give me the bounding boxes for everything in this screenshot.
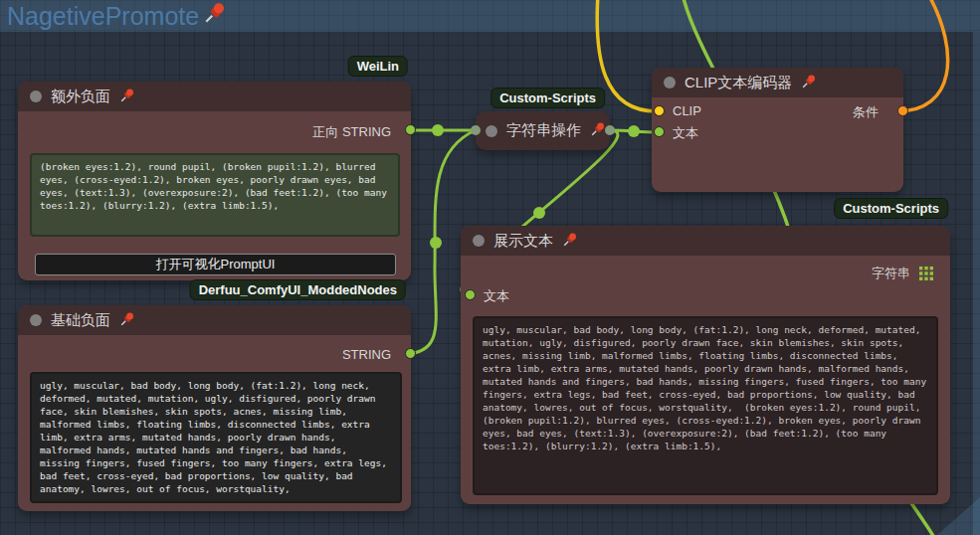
open-prompt-ui-button[interactable]: 打开可视化PromptUI [35,254,396,275]
output-label: STRING [342,347,391,362]
node-extra-negative[interactable]: 额外负面 正向 STRING (broken eyes:1.2), round … [18,82,411,280]
node-base-negative-header[interactable]: 基础负面 [18,305,411,335]
input-slot-text[interactable] [465,289,476,300]
node-string-operation[interactable]: 字符串操作 [476,111,610,150]
node-title: CLIP文本编码器 [685,74,792,92]
node-title: 字符串操作 [506,121,581,140]
node-title: 额外负面 [51,88,110,106]
display-text-area[interactable]: ugly, muscular, bad body, long body, (fa… [473,316,938,495]
pushpin-icon [590,121,606,140]
output-label-string: 字符串 [872,265,910,282]
collapse-toggle-icon[interactable] [664,77,676,89]
output-slot-conditioning[interactable] [897,105,908,116]
input-label-text: 文本 [673,124,698,142]
pushpin-icon [119,311,135,330]
node-base-negative[interactable]: 基础负面 STRING ugly, muscular, bad body, lo… [18,305,411,511]
node-title: 展示文本 [493,232,553,251]
prompt-textarea[interactable]: (broken eyes:1.2), round pupil, (broken … [30,153,400,237]
node-title: 基础负面 [51,311,110,330]
node-show-text-header[interactable]: 展示文本 [461,226,950,256]
input-label-clip: CLIP [673,103,701,118]
wire [597,0,657,111]
output-slot[interactable] [405,348,416,359]
pushpin-icon [801,74,817,92]
link-dot[interactable] [430,237,442,249]
pushpin-icon [119,88,135,106]
link-dot[interactable] [533,207,545,219]
input-label-text: 文本 [484,287,509,305]
collapse-toggle-icon[interactable] [30,314,42,326]
pushpin-icon [562,232,578,251]
link-dot[interactable] [628,125,640,137]
collapse-toggle-icon[interactable] [473,235,485,247]
prompt-textarea[interactable]: ugly, muscular, bad body, long body, (fa… [30,372,402,503]
node-clip-text-encode-header[interactable]: CLIP文本编码器 [652,68,903,97]
output-slot[interactable] [405,124,416,135]
node-source-badge: Custom-Scripts [834,198,948,219]
collapsed-input-slot[interactable] [471,125,481,135]
node-clip-text-encode[interactable]: CLIP文本编码器 CLIP 文本 条件 [652,68,903,192]
output-label: 正向 STRING [312,123,391,141]
collapsed-output-slot[interactable] [605,125,615,135]
wire [897,0,948,111]
node-show-text[interactable]: 展示文本 字符串 文本 ugly, muscular, bad body, lo… [461,226,950,504]
collapse-toggle-icon[interactable] [486,125,497,137]
input-slot-text[interactable] [654,126,665,137]
node-source-badge: Custom-Scripts [490,88,605,108]
node-extra-negative-header[interactable]: 额外负面 [18,82,411,111]
link-dot[interactable] [432,124,444,136]
collapse-toggle-icon[interactable] [30,90,42,102]
node-source-badge: Derfuu_ComfyUI_ModdedNodes [190,279,406,300]
output-label-conditioning: 条件 [853,103,879,121]
list-output-grid-icon[interactable] [919,267,933,284]
node-source-badge: WeiLin [348,56,408,77]
input-slot-clip[interactable] [654,105,665,116]
node-string-operation-header[interactable]: 字符串操作 [476,111,610,150]
